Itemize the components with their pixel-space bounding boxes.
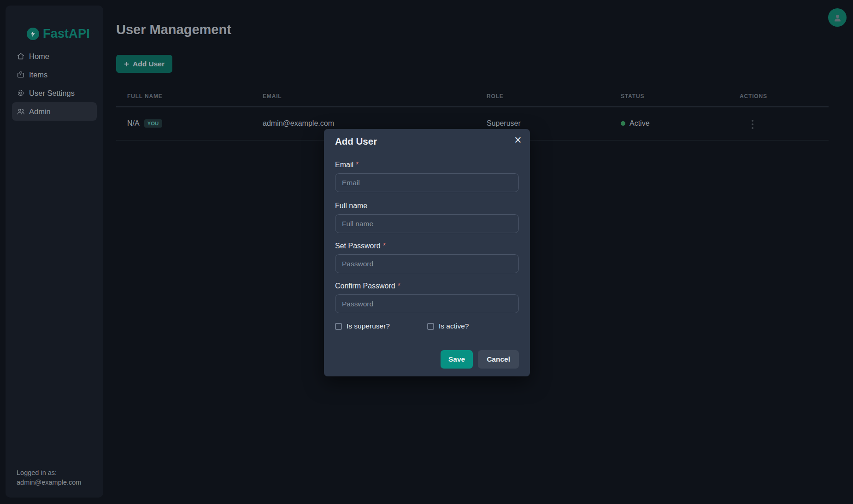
is-superuser-label: Is superuser? xyxy=(347,322,390,330)
required-asterisk: * xyxy=(383,242,386,250)
confirm-password-field-group: Confirm Password* xyxy=(335,282,519,313)
is-superuser-checkbox[interactable] xyxy=(335,323,342,330)
set-password-label: Set Password xyxy=(335,242,381,250)
set-password-field-group: Set Password* xyxy=(335,242,519,273)
required-asterisk: * xyxy=(398,282,400,290)
is-active-checkbox[interactable] xyxy=(427,323,434,330)
set-password-field[interactable] xyxy=(335,254,519,273)
is-superuser-option[interactable]: Is superuser? xyxy=(335,322,427,330)
close-icon[interactable]: × xyxy=(510,132,526,148)
cancel-button[interactable]: Cancel xyxy=(478,350,519,369)
modal-actions: Save Cancel xyxy=(335,350,519,369)
email-field[interactable] xyxy=(335,173,519,192)
required-asterisk: * xyxy=(356,161,359,169)
confirm-password-label: Confirm Password xyxy=(335,282,395,290)
full-name-field[interactable] xyxy=(335,214,519,233)
is-active-label: Is active? xyxy=(439,322,469,330)
add-user-modal: Add User × Email* Full name Set Password… xyxy=(324,129,530,376)
app-root: FastAPI Home Items User Settings xyxy=(0,0,853,504)
full-name-label: Full name xyxy=(335,202,367,210)
is-active-option[interactable]: Is active? xyxy=(427,322,469,330)
email-field-group: Email* xyxy=(335,161,519,192)
modal-title: Add User xyxy=(335,136,519,147)
confirm-password-field[interactable] xyxy=(335,294,519,313)
checkbox-row: Is superuser? Is active? xyxy=(335,322,519,330)
save-button[interactable]: Save xyxy=(441,350,473,369)
full-name-field-group: Full name xyxy=(335,202,519,233)
email-label: Email xyxy=(335,161,353,169)
